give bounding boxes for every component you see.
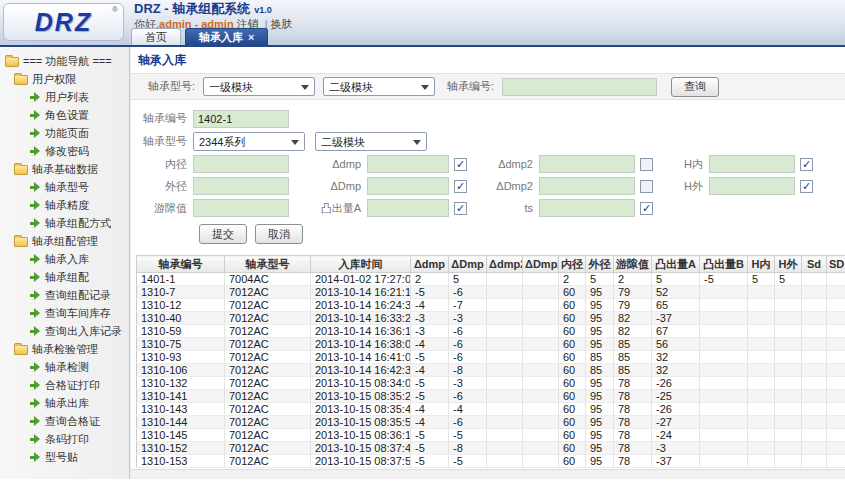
sidebar-item[interactable]: 角色设置 — [30, 106, 129, 124]
form-field-label: ΔDmp — [289, 180, 367, 192]
form-field-checkbox[interactable]: ✓ — [454, 158, 467, 171]
table-row[interactable]: 1310-127012AC2013-10-14 16:24:33-4-76095… — [137, 299, 845, 312]
form-field-input[interactable] — [367, 199, 449, 217]
tab-bearing-inbound[interactable]: 轴承入库 × — [185, 28, 268, 45]
level2-module-select[interactable]: 二级模块 — [323, 77, 435, 96]
table-cell: 2013-10-14 16:38:07 — [311, 338, 411, 351]
table-cell — [523, 273, 559, 286]
search-serial-input[interactable] — [502, 78, 657, 96]
table-cell: 60 — [559, 403, 586, 416]
sidebar-item[interactable]: 功能页面 — [30, 124, 129, 142]
table-cell — [487, 429, 523, 442]
table-cell: 2013-10-15 08:37:47 — [311, 442, 411, 455]
table-cell — [523, 442, 559, 455]
series-select[interactable]: 2344系列 — [193, 132, 305, 151]
table-cell: 60 — [559, 377, 586, 390]
form-level2-select[interactable]: 二级模块 — [315, 132, 427, 151]
app-title-line: DRZ - 轴承组配系统 v1.0 — [134, 2, 272, 17]
sidebar-item[interactable]: 轴承精度 — [30, 196, 129, 214]
table-row[interactable]: 1310-1457012AC2013-10-15 08:36:14-5-5609… — [137, 429, 845, 442]
level1-module-select[interactable]: 一级模块 — [203, 77, 315, 96]
table-cell: 56 — [652, 338, 700, 351]
form-field-input[interactable] — [539, 177, 635, 195]
table-row[interactable]: 1310-937012AC2013-10-14 16:41:01-5-66085… — [137, 351, 845, 364]
table-cell: 2014-01-02 17:27:03 — [311, 273, 411, 286]
form-field-input[interactable] — [193, 177, 289, 195]
sidebar-item[interactable]: 轴承组配 — [30, 268, 129, 286]
sidebar-group[interactable]: 轴承组配管理 — [14, 232, 129, 250]
form-field-checkbox[interactable]: ✓ — [640, 158, 653, 171]
cancel-button[interactable]: 取消 — [255, 224, 303, 244]
sidebar-item[interactable]: 轴承入库 — [30, 250, 129, 268]
table-row[interactable]: 1310-1527012AC2013-10-15 08:37:47-5-8609… — [137, 442, 845, 455]
sidebar-group[interactable]: 轴承检验管理 — [14, 340, 129, 358]
table-cell — [523, 377, 559, 390]
tab-home[interactable]: 首页 — [131, 28, 181, 45]
table-row[interactable]: 1310-1447012AC2013-10-15 08:35:56-4-6609… — [137, 416, 845, 429]
column-header: Δdmp — [411, 256, 449, 273]
table-cell: 52 — [652, 286, 700, 299]
table-cell — [748, 403, 775, 416]
sidebar-item[interactable]: 轴承检测 — [30, 358, 129, 376]
sidebar-item[interactable]: 轴承型号 — [30, 178, 129, 196]
form-field-input[interactable] — [193, 199, 289, 217]
form-field-input[interactable] — [367, 177, 449, 195]
table-row[interactable]: 1310-1327012AC2013-10-15 08:34:01-5-3609… — [137, 377, 845, 390]
sidebar-item[interactable]: 用户列表 — [30, 88, 129, 106]
measure-cell: Δdmp2✓ — [467, 155, 653, 173]
table-row[interactable]: 1310-1437012AC2013-10-15 08:35:48-4-4609… — [137, 403, 845, 416]
sidebar-group[interactable]: 轴承基础数据 — [14, 160, 129, 178]
table-row[interactable]: 1310-1537012AC2013-10-15 08:37:56-5-5609… — [137, 455, 845, 468]
change-skin-link[interactable]: 换肤 — [271, 18, 293, 30]
form-field-input[interactable] — [539, 199, 635, 217]
sidebar-item[interactable]: 合格证打印 — [30, 376, 129, 394]
table-row[interactable]: 1310-757012AC2013-10-14 16:38:07-4-66095… — [137, 338, 845, 351]
submit-button[interactable]: 提交 — [199, 224, 247, 244]
form-field-checkbox[interactable]: ✓ — [640, 180, 653, 193]
arrow-icon — [30, 146, 41, 156]
form-field-checkbox[interactable]: ✓ — [800, 180, 813, 193]
sidebar-item[interactable]: 轴承出库 — [30, 394, 129, 412]
sidebar-item[interactable]: 查询组配记录 — [30, 286, 129, 304]
form-field-input[interactable] — [709, 177, 795, 195]
form-field-input[interactable] — [709, 155, 795, 173]
form-field-input[interactable] — [367, 155, 449, 173]
arrow-icon — [30, 452, 41, 462]
form-field-input[interactable] — [539, 155, 635, 173]
table-row[interactable]: 1310-77012AC2013-10-14 16:21:14-5-660957… — [137, 286, 845, 299]
table-cell — [775, 338, 802, 351]
sidebar-item[interactable]: 型号贴 — [30, 448, 129, 466]
sidebar-item[interactable]: 轴承组配方式 — [30, 214, 129, 232]
form-field-input[interactable] — [193, 155, 289, 173]
table-row[interactable]: 1310-597012AC2013-10-14 16:36:16-3-66095… — [137, 325, 845, 338]
sidebar-item[interactable]: 查询车间库存 — [30, 304, 129, 322]
form-field-checkbox[interactable]: ✓ — [800, 158, 813, 171]
sidebar-item[interactable]: 条码打印 — [30, 430, 129, 448]
table-cell — [827, 286, 845, 299]
form-field-label: Δdmp — [289, 158, 367, 170]
form-field-checkbox[interactable]: ✓ — [640, 202, 653, 215]
table-row[interactable]: 1310-1417012AC2013-10-15 08:35:20-5-6609… — [137, 390, 845, 403]
form-field-checkbox[interactable]: ✓ — [454, 180, 467, 193]
tab-close-icon[interactable]: × — [248, 32, 254, 43]
table-cell: 7012AC — [225, 442, 311, 455]
sidebar-root[interactable]: === 功能导航 === — [5, 52, 129, 70]
query-button[interactable]: 查询 — [671, 77, 719, 97]
arrow-icon — [30, 92, 41, 102]
form-field-checkbox[interactable]: ✓ — [454, 202, 467, 215]
table-cell — [523, 312, 559, 325]
table-row[interactable]: 1310-407012AC2013-10-14 16:33:26-3-36095… — [137, 312, 845, 325]
table-row[interactable]: 1310-1067012AC2013-10-14 16:42:34-4-8608… — [137, 364, 845, 377]
table-cell — [523, 390, 559, 403]
sidebar-item[interactable]: 查询出入库记录 — [30, 322, 129, 340]
table-row[interactable]: 1401-17004AC2014-01-02 17:27:03252525-55… — [137, 273, 845, 286]
table-cell — [487, 299, 523, 312]
sidebar-group[interactable]: 用户权限 — [14, 70, 129, 88]
drz-logo[interactable]: DRZ ® — [3, 3, 124, 41]
sidebar-item[interactable]: 修改密码 — [30, 142, 129, 160]
table-cell — [748, 416, 775, 429]
table-cell — [748, 338, 775, 351]
form-serial-input[interactable] — [193, 110, 289, 128]
measure-cell: 内径 — [131, 155, 289, 173]
sidebar-item[interactable]: 查询合格证 — [30, 412, 129, 430]
